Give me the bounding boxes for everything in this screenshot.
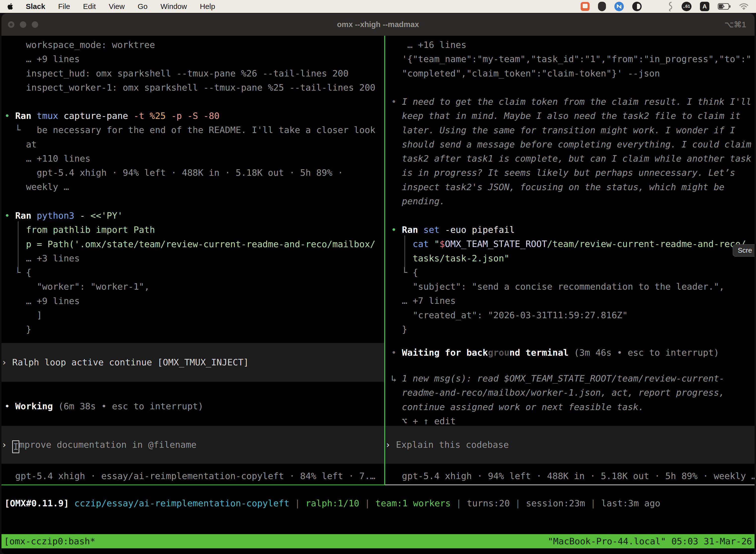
blue-bolt-icon[interactable] bbox=[614, 2, 624, 11]
right-ran-cat-block: • Ran set -euo pipefail cat "$OMX_TEAM_S… bbox=[391, 223, 746, 336]
wifi-icon[interactable] bbox=[739, 3, 749, 10]
left-model-status-line: gpt-5.4 xhigh · essay/ai-reimplementatio… bbox=[4, 469, 376, 483]
tmux-host-clock: "MacBook-Pro-44.local" 05:03 31-Mar-26 bbox=[548, 534, 752, 548]
working-status-line: • Working (6m 38s • esc to interrupt) bbox=[4, 399, 203, 413]
squiggle-icon[interactable] bbox=[667, 1, 673, 11]
menu-item-edit[interactable]: Edit bbox=[83, 2, 96, 11]
chat-app-icon[interactable] bbox=[581, 2, 589, 11]
tmux-pane-left[interactable]: workspace_mode: worktree … +9 lines insp… bbox=[1, 36, 384, 485]
left-output-config: workspace_mode: worktree … +9 lines insp… bbox=[4, 38, 376, 95]
menu-item-file[interactable]: File bbox=[58, 2, 70, 11]
waiting-status-line: • Waiting for background terminal (3m 46… bbox=[391, 345, 719, 359]
terminal-content: workspace_mode: worktree … +9 lines insp… bbox=[1, 36, 755, 554]
output-connector-line bbox=[18, 221, 18, 272]
right-pane-separator bbox=[385, 485, 755, 485]
input-source-icon[interactable]: A bbox=[700, 2, 709, 11]
zoom-button[interactable] bbox=[32, 21, 38, 28]
window-titlebar[interactable]: omx --xhigh --madmax ⌥⌘1 bbox=[1, 13, 755, 36]
macos-screen: Slack File Edit View Go Window Help ..61… bbox=[0, 0, 756, 554]
tmux-pane-right[interactable]: … +16 lines '{"team_name":"my-team","tas… bbox=[385, 36, 755, 485]
apple-menu-icon[interactable] bbox=[7, 2, 14, 10]
menu-item-window[interactable]: Window bbox=[161, 2, 187, 11]
menu-bar: Slack File Edit View Go Window Help ..61… bbox=[0, 0, 756, 13]
minimize-button[interactable] bbox=[20, 21, 26, 28]
terminal-window: omx --xhigh --madmax ⌥⌘1 workspace_mode:… bbox=[1, 13, 755, 554]
menu-item-help[interactable]: Help bbox=[200, 2, 215, 11]
shield-grid-icon[interactable] bbox=[598, 2, 606, 11]
menubar-status-icons: ..61 A bbox=[581, 1, 749, 11]
dots-grid-icon[interactable] bbox=[650, 2, 659, 11]
menu-item-view[interactable]: View bbox=[109, 2, 125, 11]
left-ran-python-block: • Ran python3 - <<'PY' from pathlib impo… bbox=[4, 209, 376, 337]
tmux-status-bar: [omx-cczip0:bash* "MacBook-Pro-44.local"… bbox=[1, 534, 755, 548]
left-pane-separator bbox=[1, 485, 384, 485]
output-connector-line bbox=[404, 235, 405, 272]
menu-item-app[interactable]: Slack bbox=[26, 2, 45, 11]
menu-item-go[interactable]: Go bbox=[138, 2, 147, 11]
traffic-lights bbox=[8, 13, 38, 36]
crescent-icon[interactable] bbox=[632, 2, 642, 11]
omx-status-bar: [OMX#0.11.9] cczip/essay/ai-reimplementa… bbox=[4, 496, 755, 510]
screen-tooltip: Scre bbox=[733, 244, 755, 257]
right-prompt-input[interactable]: › Explain this codebase bbox=[385, 426, 755, 464]
battery-icon[interactable] bbox=[718, 3, 731, 10]
window-title: omx --xhigh --madmax bbox=[1, 20, 755, 29]
window-shortcut: ⌥⌘1 bbox=[724, 20, 746, 29]
right-model-status-line: gpt-5.4 xhigh · 94% left · 488K in · 5.1… bbox=[391, 469, 755, 483]
ralph-loop-banner: › Ralph loop active continue [OMX_TMUX_I… bbox=[1, 343, 384, 382]
close-button[interactable] bbox=[8, 21, 14, 28]
left-prompt-input[interactable]: › Improve documentation in @filename bbox=[1, 426, 384, 464]
badge-61-icon[interactable]: ..61 bbox=[682, 2, 692, 11]
tmux-session-label: [omx-cczip0:bash* bbox=[4, 534, 95, 548]
right-json-output: … +16 lines '{"team_name":"my-team","tas… bbox=[391, 38, 751, 80]
left-ran-tmux-block: • Ran tmux capture-pane -t %25 -p -S -80… bbox=[4, 109, 376, 194]
new-message-note: ↳ 1 new msg(s): read $OMX_TEAM_STATE_ROO… bbox=[391, 371, 724, 428]
right-thinking-text: • I need to get the claim token from the… bbox=[391, 95, 751, 208]
